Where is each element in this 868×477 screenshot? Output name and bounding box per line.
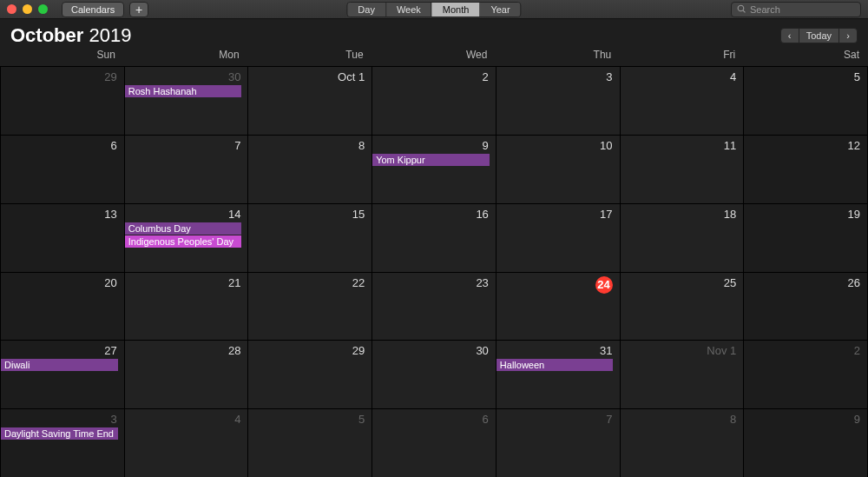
month-nav: ‹ Today › — [780, 28, 858, 43]
zoom-icon[interactable] — [38, 4, 48, 14]
day-cell[interactable]: 23 — [372, 273, 496, 341]
day-cell[interactable]: 24 — [496, 273, 621, 341]
day-cell[interactable]: 12 — [744, 136, 868, 204]
day-cell[interactable]: 26 — [744, 273, 868, 341]
prev-month-button[interactable]: ‹ — [780, 28, 799, 43]
day-number: 2 — [744, 342, 867, 358]
month-header: October 2019 ‹ Today › — [0, 19, 868, 49]
day-number: 29 — [248, 342, 372, 358]
day-cell[interactable]: 29 — [1, 67, 125, 136]
day-number: 28 — [125, 342, 248, 358]
day-number: 7 — [496, 411, 620, 427]
day-cell[interactable]: 30 — [372, 341, 496, 409]
day-number: 19 — [744, 206, 867, 222]
day-cell[interactable]: 17 — [496, 204, 621, 273]
event-item[interactable]: Rosh Hashanah — [125, 85, 242, 97]
weekday-label: Mon — [124, 49, 248, 64]
day-cell[interactable]: 3Daylight Saving Time End — [1, 409, 125, 477]
view-tab-week[interactable]: Week — [386, 3, 432, 17]
event-item[interactable]: Daylight Saving Time End — [1, 427, 118, 440]
day-number: 29 — [1, 69, 124, 84]
day-number: 9 — [372, 137, 496, 153]
day-cell[interactable]: 8 — [621, 409, 745, 477]
view-tab-year[interactable]: Year — [480, 3, 520, 17]
day-number: 30 — [372, 342, 496, 358]
day-number: 17 — [496, 206, 620, 222]
day-number: 16 — [372, 206, 496, 222]
day-number: 6 — [372, 411, 496, 427]
day-number: 3 — [496, 69, 620, 84]
today-button[interactable]: Today — [799, 28, 838, 43]
add-event-button[interactable]: + — [129, 2, 148, 17]
search-input[interactable]: Search — [731, 2, 861, 17]
day-cell[interactable]: 3 — [496, 67, 621, 136]
day-number: 2 — [372, 69, 496, 84]
day-cell[interactable]: 4 — [621, 67, 745, 136]
day-cell[interactable]: 2 — [372, 67, 496, 136]
day-cell[interactable]: 6 — [372, 409, 496, 477]
day-cell[interactable]: 10 — [496, 136, 621, 204]
day-number: 11 — [621, 137, 744, 153]
view-tab-day[interactable]: Day — [347, 3, 386, 17]
day-cell[interactable]: 8 — [248, 136, 372, 204]
event-item[interactable]: Indigenous Peoples' Day — [125, 235, 242, 248]
day-number: 14 — [125, 206, 248, 222]
day-number: 9 — [744, 411, 867, 427]
day-cell[interactable]: Nov 1 — [621, 341, 745, 409]
day-cell[interactable]: 29 — [248, 341, 372, 409]
event-item[interactable]: Halloween — [496, 359, 614, 371]
minimize-icon[interactable] — [23, 4, 32, 14]
day-cell[interactable]: 7 — [125, 136, 249, 204]
weekday-label: Sun — [0, 49, 124, 64]
day-cell[interactable]: 11 — [621, 136, 745, 204]
day-cell[interactable]: 4 — [125, 409, 249, 477]
day-cell[interactable]: 2 — [744, 341, 868, 409]
day-number: 23 — [372, 275, 496, 290]
day-number: 8 — [248, 137, 372, 153]
day-cell[interactable]: 20 — [1, 273, 125, 341]
day-cell[interactable]: 22 — [248, 273, 372, 341]
day-number: 18 — [621, 206, 744, 222]
search-icon — [737, 4, 746, 14]
calendars-button[interactable]: Calendars — [62, 2, 124, 17]
view-tab-month[interactable]: Month — [432, 3, 481, 17]
page-title: October 2019 — [10, 24, 131, 47]
event-item[interactable]: Yom Kippur — [372, 154, 490, 166]
day-cell[interactable]: 16 — [372, 204, 496, 273]
day-cell[interactable]: 6 — [1, 136, 125, 204]
day-cell[interactable]: 21 — [125, 273, 249, 341]
day-number: 30 — [125, 69, 248, 84]
day-number: 31 — [496, 342, 620, 358]
day-cell[interactable]: 25 — [621, 273, 745, 341]
day-cell[interactable]: 27Diwali — [1, 341, 125, 409]
day-cell[interactable]: Oct 1 — [248, 67, 372, 136]
day-cell[interactable]: 13 — [1, 204, 125, 273]
window-controls — [7, 4, 48, 14]
day-cell[interactable]: 19 — [744, 204, 868, 273]
day-cell[interactable]: 30Rosh Hashanah — [125, 67, 249, 136]
day-cell[interactable]: 18 — [621, 204, 745, 273]
next-month-button[interactable]: › — [838, 28, 858, 43]
close-icon[interactable] — [7, 4, 16, 14]
day-number: 26 — [744, 275, 867, 290]
day-cell[interactable]: 9 — [744, 409, 868, 477]
day-number: 20 — [1, 275, 124, 290]
day-number: 8 — [621, 411, 744, 427]
event-item[interactable]: Columbus Day — [125, 222, 242, 235]
window-titlebar: Calendars + DayWeekMonthYear Search — [0, 0, 868, 19]
day-cell[interactable]: 15 — [248, 204, 372, 273]
day-cell[interactable]: 5 — [248, 409, 372, 477]
day-cell[interactable]: 31Halloween — [496, 341, 621, 409]
day-cell[interactable]: 9Yom Kippur — [372, 136, 496, 204]
day-cell[interactable]: 5 — [744, 67, 868, 136]
day-number: 13 — [1, 206, 124, 222]
day-number: 7 — [125, 137, 248, 153]
weekday-label: Fri — [620, 49, 744, 64]
day-number: 5 — [744, 69, 867, 84]
view-segment: DayWeekMonthYear — [346, 2, 521, 17]
weekday-label: Sat — [744, 49, 868, 64]
event-item[interactable]: Diwali — [1, 359, 118, 371]
day-cell[interactable]: 28 — [125, 341, 249, 409]
day-cell[interactable]: 7 — [496, 409, 621, 477]
day-cell[interactable]: 14Columbus DayIndigenous Peoples' Day — [125, 204, 249, 273]
